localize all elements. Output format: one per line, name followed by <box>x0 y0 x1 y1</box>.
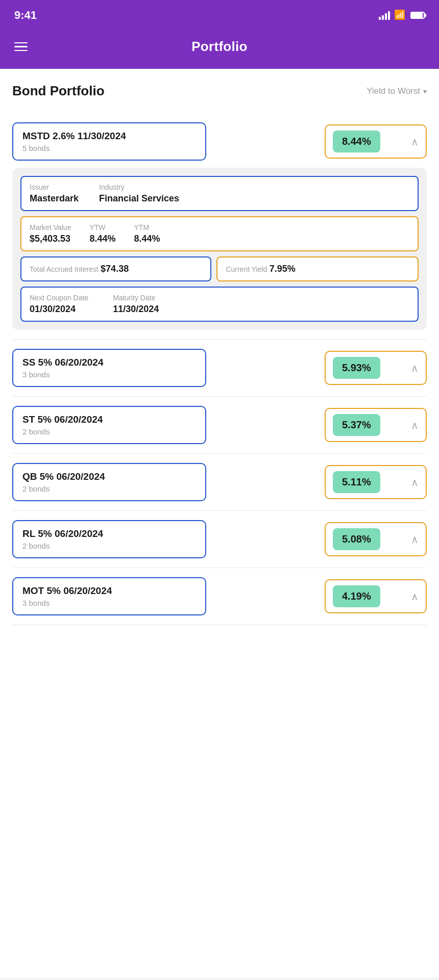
bond-name-card-1[interactable]: MSTD 2.6% 11/30/2024 5 bonds <box>12 122 206 161</box>
issuer-section: Issuer Masterdark <box>30 183 79 204</box>
market-value-value: $5,403.53 <box>30 234 71 244</box>
bond-name-card-5[interactable]: RL 5% 06/20/2024 2 bonds <box>12 520 206 558</box>
current-yield-value: 7.95% <box>270 264 296 274</box>
bond-name-4: QB 5% 06/20/2024 <box>22 471 196 482</box>
market-value-section: Market Value $5,403.53 <box>30 223 71 244</box>
bond-item-3: ST 5% 06/20/2024 2 bonds 5.37% ∧ <box>12 397 427 454</box>
bond-name-card-4[interactable]: QB 5% 06/20/2024 2 bonds <box>12 463 206 501</box>
battery-icon <box>410 12 425 19</box>
bond-name-5: RL 5% 06/20/2024 <box>22 528 196 539</box>
bond-yield-card-5[interactable]: 5.08% ∧ <box>325 522 427 556</box>
bond-item-6: MOT 5% 06/20/2024 3 bonds 4.19% ∧ <box>12 568 427 625</box>
bond-name-card-3[interactable]: ST 5% 06/20/2024 2 bonds <box>12 406 206 444</box>
detail-market-ytw-ytm: Market Value $5,403.53 YTW 8.44% YTM 8.4… <box>20 216 419 251</box>
bond-header-row-2: SS 5% 06/20/2024 3 bonds 5.93% ∧ <box>12 349 427 387</box>
signal-icon <box>379 11 390 20</box>
chevron-up-icon-3: ∧ <box>411 419 419 431</box>
yield-badge-3: 5.37% <box>333 414 380 436</box>
next-coupon-label: Next Coupon Date <box>30 294 88 302</box>
issuer-value: Masterdark <box>30 193 79 204</box>
bond-header-row-3: ST 5% 06/20/2024 2 bonds 5.37% ∧ <box>12 406 427 444</box>
bond-item-2: SS 5% 06/20/2024 3 bonds 5.93% ∧ <box>12 340 427 397</box>
industry-section: Industry Financial Services <box>99 183 179 204</box>
issuer-label: Issuer <box>30 183 79 191</box>
hamburger-menu-button[interactable] <box>14 42 28 51</box>
chevron-up-icon-6: ∧ <box>411 590 419 603</box>
bond-yield-card-4[interactable]: 5.11% ∧ <box>325 465 427 499</box>
filter-dropdown[interactable]: Yield to Worst ▾ <box>367 86 427 96</box>
detail-row-issuer: Issuer Masterdark Industry Financial Ser… <box>20 176 419 211</box>
maturity-label: Maturity Date <box>113 294 159 302</box>
ytw-section: YTW 8.44% <box>89 223 115 244</box>
main-content: Bond Portfolio Yield to Worst ▾ MSTD 2.6… <box>0 69 439 977</box>
bond-detail-1: Issuer Masterdark Industry Financial Ser… <box>12 168 427 330</box>
chevron-down-icon: ▾ <box>423 87 427 95</box>
ytm-value: 8.44% <box>134 234 160 244</box>
detail-row-market: Market Value $5,403.53 YTW 8.44% YTM 8.4… <box>20 216 419 251</box>
filter-label: Yield to Worst <box>367 86 420 96</box>
detail-current-yield: Current Yield 7.95% <box>216 256 419 281</box>
bond-yield-card-6[interactable]: 4.19% ∧ <box>325 579 427 613</box>
chevron-up-icon-1: ∧ <box>411 136 419 148</box>
bond-header-row-4: QB 5% 06/20/2024 2 bonds 5.11% ∧ <box>12 463 427 501</box>
header-title: Portfolio <box>191 39 248 55</box>
status-time: 9:41 <box>14 9 37 22</box>
bond-name-card-6[interactable]: MOT 5% 06/20/2024 3 bonds <box>12 577 206 615</box>
accrued-label: Total Accrued Interest <box>30 265 99 273</box>
bond-count-3: 2 bonds <box>22 427 196 436</box>
section-title: Bond Portfolio <box>12 83 105 99</box>
maturity-value: 11/30/2024 <box>113 304 159 315</box>
yield-badge-2: 5.93% <box>333 357 380 379</box>
ytm-section: YTM 8.44% <box>134 223 160 244</box>
chevron-up-icon-2: ∧ <box>411 362 419 374</box>
market-value-label: Market Value <box>30 223 71 231</box>
detail-row-dates: Next Coupon Date 01/30/2024 Maturity Dat… <box>20 287 419 322</box>
ytm-label: YTM <box>134 223 160 231</box>
detail-accrued: Total Accrued Interest $74.38 <box>20 256 211 281</box>
bond-count-1: 5 bonds <box>22 144 196 152</box>
app-header: Portfolio <box>0 29 439 69</box>
bond-name-2: SS 5% 06/20/2024 <box>22 357 196 368</box>
yield-badge-4: 5.11% <box>333 471 380 493</box>
detail-issuer-industry: Issuer Masterdark Industry Financial Ser… <box>20 176 419 211</box>
bond-name-6: MOT 5% 06/20/2024 <box>22 585 196 597</box>
bond-yield-card-3[interactable]: 5.37% ∧ <box>325 408 427 442</box>
bond-item-4: QB 5% 06/20/2024 2 bonds 5.11% ∧ <box>12 454 427 511</box>
current-yield-label: Current Yield <box>226 265 267 273</box>
status-bar: 9:41 📶 <box>0 0 439 29</box>
yield-badge-1: 8.44% <box>333 131 380 152</box>
bond-count-2: 3 bonds <box>22 370 196 379</box>
ytw-value: 8.44% <box>89 234 115 244</box>
bond-name-3: ST 5% 06/20/2024 <box>22 414 196 425</box>
chevron-up-icon-5: ∧ <box>411 533 419 546</box>
bond-header-row-5: RL 5% 06/20/2024 2 bonds 5.08% ∧ <box>12 520 427 558</box>
industry-label: Industry <box>99 183 179 191</box>
bond-header-row-6: MOT 5% 06/20/2024 3 bonds 4.19% ∧ <box>12 577 427 615</box>
ytw-label: YTW <box>89 223 115 231</box>
detail-dates: Next Coupon Date 01/30/2024 Maturity Dat… <box>20 287 419 322</box>
bond-name-1: MSTD 2.6% 11/30/2024 <box>22 131 196 142</box>
next-coupon-value: 01/30/2024 <box>30 304 88 315</box>
chevron-up-icon-4: ∧ <box>411 476 419 488</box>
wifi-icon: 📶 <box>394 9 405 20</box>
bond-count-6: 3 bonds <box>22 599 196 607</box>
bond-count-4: 2 bonds <box>22 484 196 493</box>
bond-count-5: 2 bonds <box>22 541 196 550</box>
maturity-section: Maturity Date 11/30/2024 <box>113 294 159 315</box>
next-coupon-section: Next Coupon Date 01/30/2024 <box>30 294 88 315</box>
bond-name-card-2[interactable]: SS 5% 06/20/2024 3 bonds <box>12 349 206 387</box>
bond-header-row-1: MSTD 2.6% 11/30/2024 5 bonds 8.44% ∧ <box>12 122 427 161</box>
bond-yield-card-2[interactable]: 5.93% ∧ <box>325 351 427 385</box>
accrued-value: $74.38 <box>101 264 129 274</box>
bond-item-1: MSTD 2.6% 11/30/2024 5 bonds 8.44% ∧ Iss… <box>12 113 427 340</box>
industry-value: Financial Services <box>99 193 179 204</box>
section-header: Bond Portfolio Yield to Worst ▾ <box>12 83 427 99</box>
yield-badge-5: 5.08% <box>333 528 380 550</box>
detail-row-accrued: Total Accrued Interest $74.38 Current Yi… <box>20 256 419 281</box>
status-icons: 📶 <box>379 10 425 20</box>
yield-badge-6: 4.19% <box>333 585 380 607</box>
bond-yield-card-1[interactable]: 8.44% ∧ <box>325 124 427 159</box>
bond-item-5: RL 5% 06/20/2024 2 bonds 5.08% ∧ <box>12 511 427 568</box>
